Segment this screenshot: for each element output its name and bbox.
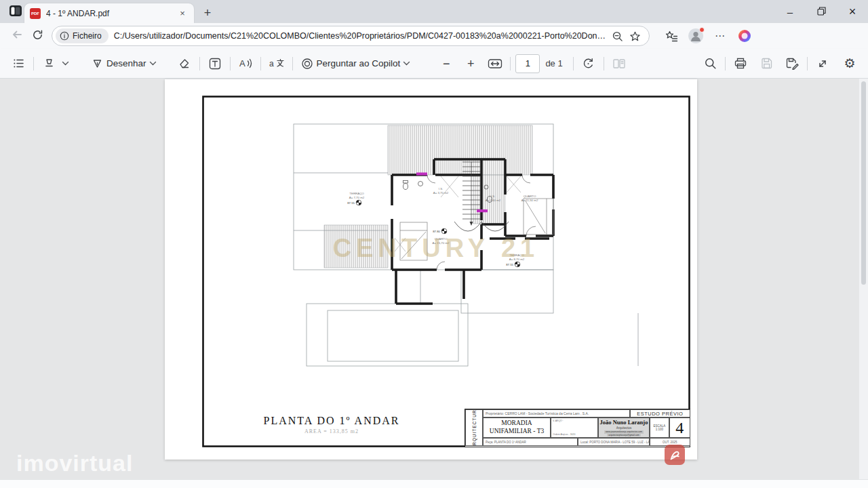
printer-icon [734,57,747,70]
active-tab[interactable]: PDF 4 - 1º ANDAR.pdf × [24,3,194,23]
page-number-input[interactable] [515,54,540,73]
window-controls: – × [774,0,868,23]
toolbar-separator [292,57,293,70]
toolbar-separator [230,57,231,70]
settings-more-button[interactable]: ⋯ [709,26,731,46]
refresh-button[interactable] [27,26,47,46]
chevron-down-icon [149,61,157,66]
back-button[interactable] [7,26,27,46]
century21-watermark: CENTURY 21 [333,234,539,262]
erase-button[interactable] [174,53,195,75]
save-as-icon [785,57,799,70]
pen-nib-icon [91,57,104,70]
add-text-button[interactable] [205,53,225,75]
elevation-label: 87.55 [347,201,355,205]
drawing-title-block: ARQUITECTURA Proprietário: CERRO LAM - S… [465,409,690,447]
plan-title-block: PLANTA DO 1º ANDAR AREA = 133,85 m2 [230,415,433,434]
zoom-page-group: − + de 1 [436,53,629,75]
document-actions-group: ⚙ [700,53,860,75]
save-as-button[interactable] [782,53,802,75]
ask-copilot-label: Perguntar ao Copilot [317,58,401,68]
highlight-dropdown[interactable] [59,53,72,75]
profile-avatar [688,28,703,43]
new-tab-button[interactable]: + [199,4,216,22]
address-field[interactable]: Ficheiro C:/Users/utilizador/Documents/C… [52,26,650,46]
info-icon [60,31,69,41]
url-text[interactable]: C:/Users/utilizador/Documents/C21%20COLO… [114,31,608,41]
fullscreen-button[interactable] [812,53,833,75]
tab-actions-button[interactable] [7,5,24,20]
workspaces-icon [9,5,22,20]
page-view-icon [612,58,626,70]
read-aloud-icon: A [238,57,253,70]
horizontal-scrollbar[interactable] [0,479,868,488]
toolbar-separator [604,57,604,70]
highlight-button[interactable] [39,53,59,75]
draw-button[interactable]: Desenhar [88,53,159,75]
restore-button[interactable] [806,0,837,23]
tab-title: 4 - 1º ANDAR.pdf [46,9,176,18]
room-label: I.S. [491,195,496,198]
room-area-label: A= 2,40 m2 [486,199,501,202]
titleblock-project: MORADIA UNIFAMILIAR - T3 [483,418,551,438]
ask-copilot-button[interactable]: Perguntar ao Copilot [298,53,414,75]
pdf-viewport[interactable]: 87.55 87.80 87.55 TERRAÇO A= 7,70 m2 I.S… [0,79,868,488]
favorites-hub-button[interactable] [660,26,682,46]
titleblock-architect: João Nuno Laranjo Arquitectos www.joaonu… [598,418,650,438]
chevron-down-icon [403,61,410,66]
toolbar-separator [807,57,808,70]
profile-button[interactable] [685,26,707,46]
titleblock-owner: Proprietário: CERRO LAM - Sociedade Turí… [483,409,630,418]
room-label: I.S. [439,187,443,190]
rotate-button[interactable] [578,53,599,75]
copilot-icon [737,28,752,43]
acrobat-overlay-button[interactable] [665,445,685,465]
toolbar-separator [573,57,574,70]
room-label: QUARTO [524,195,536,198]
draw-label: Desenhar [106,58,146,68]
vertical-scrollbar[interactable] [859,79,868,479]
floor-plan-drawing: 87.55 87.80 87.55 TERRAÇO A= 7,70 m2 I.S… [202,96,690,447]
fit-to-width-button[interactable] [485,53,505,75]
architect-name: João Nuno Laranjo [600,419,648,426]
vertical-scrollbar-thumb[interactable] [861,81,866,285]
read-aloud-button[interactable]: A [235,53,256,75]
zoom-indicator-button[interactable] [608,27,626,45]
page-count-label: de 1 [545,58,562,68]
svg-text:a: a [269,59,274,68]
rotate-icon [582,57,595,70]
titleblock-location: Local: PORTO DONA MARIA - LOTE 59 - LUZ … [578,438,650,446]
search-icon [704,57,717,70]
file-scheme-chip[interactable]: Ficheiro [56,28,108,43]
room-area-label: A= 7,70 m2 [349,196,365,199]
pdf-toolbar: Desenhar A a Perguntar ao Copilot − + [0,49,868,79]
architect-email: arquitectosjnlaranjo@gmail.com [607,434,640,436]
refresh-icon [32,29,43,43]
svg-text:A: A [239,58,245,68]
tab-strip: PDF 4 - 1º ANDAR.pdf × + – × [0,0,868,23]
favorites-list-icon [665,30,678,43]
search-button[interactable] [700,53,720,75]
zoom-out-search-icon [612,30,623,42]
pdf-file-icon: PDF [30,8,41,19]
toc-button[interactable] [8,53,28,75]
tab-close-button[interactable]: × [176,7,189,20]
minimize-button[interactable]: – [774,0,806,23]
project-line1: MORADIA [501,420,532,428]
imovirtual-watermark: imovirtual [16,450,133,476]
close-window-button[interactable]: × [837,0,868,23]
zoom-in-button[interactable]: + [460,53,481,75]
save-button [756,53,776,75]
favorite-star-button[interactable] [626,27,644,45]
toolbar-separator [33,57,34,70]
pdf-settings-button[interactable]: ⚙ [840,53,860,75]
restore-icon [817,6,826,18]
room-area-label: A= 11,50 m2 [521,199,538,202]
back-icon [11,28,23,43]
copilot-button[interactable] [734,26,755,46]
print-button[interactable] [730,53,751,75]
zoom-out-button[interactable]: − [436,53,456,75]
pdf-page: 87.55 87.80 87.55 TERRAÇO A= 7,70 m2 I.S… [165,79,697,460]
translate-button[interactable]: a [266,53,288,75]
page-view-button [609,53,629,75]
